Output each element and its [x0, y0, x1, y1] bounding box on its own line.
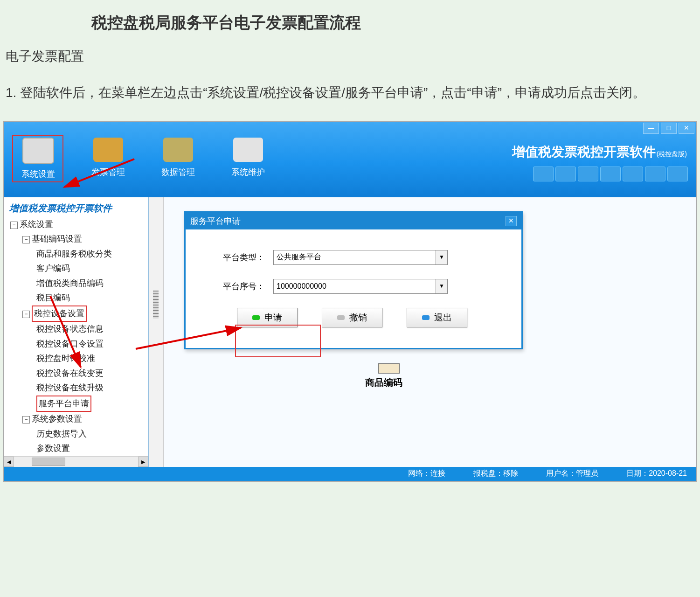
window-maximize-button[interactable]: □: [661, 123, 677, 134]
tree-group-params[interactable]: 系统参数设置: [32, 412, 82, 427]
tree-item[interactable]: 参数设置: [36, 441, 70, 456]
ribbon-label: 发票管理: [85, 167, 132, 178]
tree-item[interactable]: 税控设备状态信息: [36, 322, 104, 337]
ribbon-item-invoice-mgmt[interactable]: 发票管理: [85, 138, 132, 180]
dialog-title: 服务平台申请: [190, 215, 241, 227]
tree-group-basic[interactable]: 基础编码设置: [32, 232, 82, 247]
status-network: 网络：连接: [408, 469, 445, 479]
platform-no-select[interactable]: 100000000000 ▼: [273, 279, 448, 294]
ribbon-item-system-settings[interactable]: 系统设置: [15, 138, 62, 180]
tree-toggle-icon[interactable]: −: [22, 311, 30, 318]
tree-item[interactable]: 税目编码: [36, 291, 70, 305]
status-bar: 网络：连接 报税盘：移除 用户名：管理员 日期：2020-08-21: [4, 467, 696, 481]
window-minimize-button[interactable]: —: [643, 123, 659, 134]
tree-toggle-icon[interactable]: −: [22, 236, 30, 243]
scroll-right-icon[interactable]: ▶: [138, 457, 148, 467]
status-user: 用户名：管理员: [546, 469, 598, 479]
system-maint-icon: [233, 138, 263, 162]
tree-item[interactable]: 税控盘时钟校准: [36, 351, 95, 366]
scroll-left-icon[interactable]: ◀: [4, 457, 14, 467]
toolbar-exit-icon[interactable]: [667, 167, 688, 181]
product-code-label: 商品编码: [365, 376, 402, 389]
tree-item[interactable]: 税控设备在线变更: [36, 366, 104, 381]
data-mgmt-icon: [163, 138, 193, 162]
platform-type-select[interactable]: 公共服务平台 ▼: [273, 250, 448, 265]
ribbon-item-system-maint[interactable]: 系统维护: [225, 138, 271, 180]
chevron-down-icon: ▼: [436, 250, 447, 264]
doc-step-1: 1. 登陆软件后，在菜单栏左边点击“系统设置/税控设备设置/服务平台申请”，点击…: [6, 79, 693, 107]
toolbar-key-icon[interactable]: [623, 167, 643, 181]
highlight-apply-button: [235, 325, 321, 357]
sidebar-title: 增值税发票税控开票软件: [4, 197, 148, 217]
exit-button[interactable]: 退出: [407, 308, 467, 327]
status-tax-disk: 报税盘：移除: [473, 469, 518, 479]
tree-group-device[interactable]: 税控设备设置: [34, 306, 84, 321]
ribbon-item-data-mgmt[interactable]: 数据管理: [155, 138, 201, 180]
status-date: 日期：2020-08-21: [626, 469, 687, 479]
led-gray-icon: [337, 315, 345, 320]
toolbar-help-icon[interactable]: [578, 167, 598, 181]
platform-no-label: 平台序号：: [204, 281, 265, 292]
mini-toolbar: [533, 167, 688, 181]
invoice-mgmt-icon: [93, 138, 123, 162]
window-close-button[interactable]: ✕: [679, 123, 694, 134]
app-title: 增值税发票税控开票软件(税控盘版): [512, 143, 687, 161]
toolbar-globe-icon[interactable]: [555, 167, 576, 181]
led-green-icon: [252, 315, 260, 320]
system-settings-icon: [22, 138, 54, 164]
toolbar-lock-icon[interactable]: [645, 167, 665, 181]
doc-title: 税控盘税局服务平台电子发票配置流程: [91, 12, 695, 34]
tree-root[interactable]: 系统设置: [20, 217, 53, 232]
apply-button-label: 申请: [264, 312, 282, 324]
cancel-button-label: 撤销: [349, 312, 367, 324]
tree-item[interactable]: 历史数据导入: [36, 427, 87, 442]
main-panel: 商品编码 服务平台申请 ✕ 平台类型： 公共服务平台 ▼: [164, 197, 696, 467]
product-code-icon[interactable]: [378, 363, 400, 374]
sidebar: 增值税发票税控开票软件 −系统设置 −基础编码设置 商品和服务税收分类 客户编码…: [4, 197, 149, 467]
ribbon: — □ ✕ 系统设置 发票管理 数据管理: [4, 122, 696, 197]
chevron-down-icon: ▼: [436, 279, 447, 293]
ribbon-label: 系统维护: [225, 167, 271, 178]
toolbar-window-icon[interactable]: [600, 167, 621, 181]
tree-item[interactable]: 商品和服务税收分类: [36, 247, 112, 262]
scroll-thumb[interactable]: [32, 458, 65, 466]
dialog-close-button[interactable]: ✕: [506, 216, 517, 226]
exit-icon: [422, 315, 430, 320]
doc-subtitle: 电子发票配置: [6, 48, 695, 65]
splitter[interactable]: [149, 197, 164, 467]
tree-item[interactable]: 客户编码: [36, 261, 70, 276]
toolbar-user-icon[interactable]: [533, 167, 554, 181]
platform-type-label: 平台类型：: [204, 252, 265, 263]
tree-item[interactable]: 税控设备在线升级: [36, 381, 104, 396]
cancel-button[interactable]: 撤销: [322, 308, 382, 327]
service-platform-apply-dialog: 服务平台申请 ✕ 平台类型： 公共服务平台 ▼ 平台序号：: [184, 211, 523, 349]
platform-type-value: 公共服务平台: [277, 252, 321, 262]
tree-item[interactable]: 税控设备口令设置: [36, 337, 104, 352]
platform-no-value: 100000000000: [277, 282, 326, 291]
ribbon-label: 数据管理: [155, 167, 201, 178]
app-window: — □ ✕ 系统设置 发票管理 数据管理: [3, 121, 697, 482]
tree-toggle-icon[interactable]: −: [22, 416, 30, 423]
sidebar-scrollbar[interactable]: ◀ ▶: [4, 456, 148, 467]
ribbon-label: 系统设置: [15, 168, 62, 180]
tree-item-service-platform-apply[interactable]: 服务平台申请: [39, 396, 89, 411]
exit-button-label: 退出: [434, 312, 452, 324]
nav-tree[interactable]: −系统设置 −基础编码设置 商品和服务税收分类 客户编码 增值税类商品编码 税目…: [4, 217, 148, 467]
tree-item[interactable]: 增值税类商品编码: [36, 276, 104, 291]
tree-toggle-icon[interactable]: −: [10, 222, 18, 229]
